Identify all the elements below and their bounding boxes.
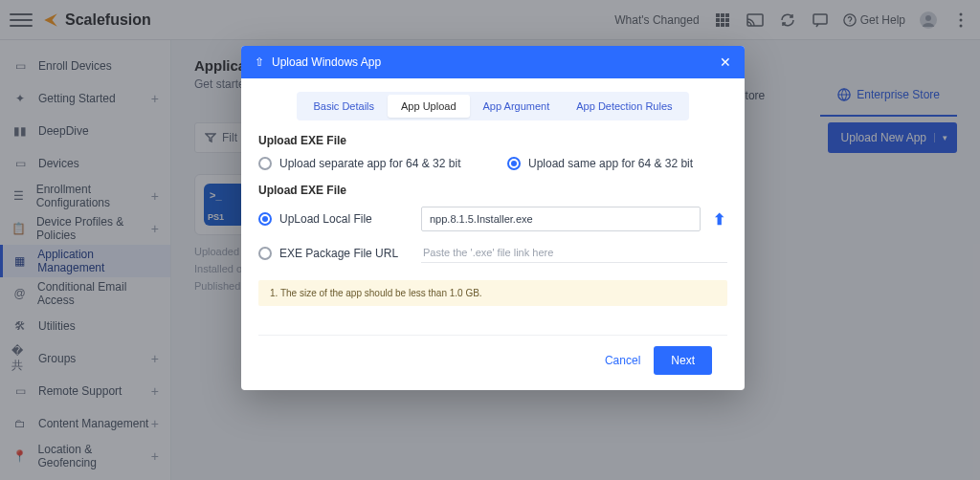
- upload-icon: ⇧: [255, 55, 264, 69]
- modal-title: Upload Windows App: [272, 55, 381, 69]
- tab-app-argument[interactable]: App Argument: [470, 95, 564, 118]
- close-icon[interactable]: ✕: [720, 55, 731, 70]
- radio-same-app[interactable]: Upload same app for 64 & 32 bit: [507, 157, 727, 170]
- radio-icon: [258, 157, 272, 170]
- tab-basic-details[interactable]: Basic Details: [300, 95, 388, 118]
- modal-header: ⇧ Upload Windows App ✕: [241, 46, 745, 78]
- modal-tabs: Basic Details App Upload App Argument Ap…: [258, 92, 727, 120]
- tab-app-detection[interactable]: App Detection Rules: [563, 95, 685, 118]
- cancel-button[interactable]: Cancel: [605, 354, 640, 367]
- radio-upload-local[interactable]: UpLoad Local File: [258, 212, 412, 226]
- upload-windows-app-modal: ⇧ Upload Windows App ✕ Basic Details App…: [241, 46, 745, 390]
- size-note: 1. The size of the app should be less th…: [258, 280, 727, 306]
- tab-app-upload[interactable]: App Upload: [388, 95, 470, 118]
- radio-icon: [258, 247, 272, 260]
- filename-input[interactable]: [421, 207, 701, 231]
- url-input-placeholder[interactable]: Paste the '.exe' file link here: [421, 243, 727, 263]
- next-button[interactable]: Next: [654, 346, 712, 375]
- modal-footer: Cancel Next: [258, 335, 727, 384]
- radio-icon: [258, 212, 272, 226]
- section-upload-exe-2: Upload EXE File: [258, 184, 727, 197]
- radio-package-url[interactable]: EXE Package File URL: [258, 247, 412, 260]
- radio-separate-app[interactable]: Upload separate app for 64 & 32 bit: [258, 157, 479, 170]
- section-upload-exe-1: Upload EXE File: [258, 134, 727, 147]
- upload-file-icon[interactable]: ⬆: [710, 210, 727, 229]
- radio-icon: [507, 157, 521, 170]
